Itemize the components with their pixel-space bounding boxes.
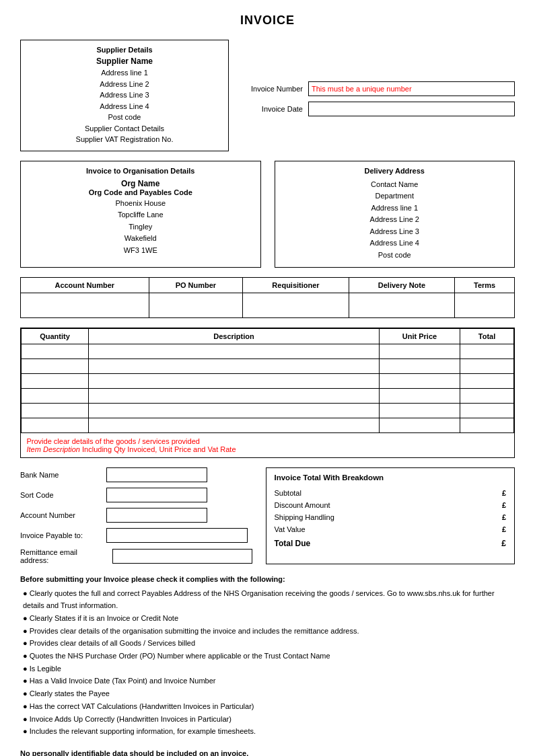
items-cell-total-5[interactable] — [460, 403, 514, 418]
items-cell-unit-1[interactable] — [380, 344, 460, 358]
checklist-item-8: ● Clearly states the Payee — [20, 687, 515, 700]
account-number-row: Account Number — [20, 508, 252, 523]
items-cell-total-4[interactable] — [460, 388, 514, 403]
totals-title: Invoice Total With Breakdown — [275, 474, 507, 482]
vat-label: Vat Value — [275, 525, 493, 533]
delivery-postcode: Post code — [282, 250, 508, 262]
bank-section: Bank Name Sort Code Account Number Invoi… — [20, 467, 252, 564]
payable-input[interactable] — [106, 528, 248, 543]
supplier-contact: Supplier Contact Details — [28, 123, 221, 135]
total-due-row: Total Due £ — [275, 537, 507, 550]
cell-terms[interactable] — [455, 293, 515, 317]
top-section: Supplier Details Supplier Name Address l… — [20, 40, 515, 151]
items-cell-qty-6[interactable] — [22, 418, 89, 432]
invoice-date-row: Invoice Date — [242, 102, 515, 116]
checklist-section: Before submitting your Invoice please ch… — [20, 575, 515, 738]
checklist-item-5: ● Quotes the NHS Purchase Order (PO) Num… — [20, 650, 515, 663]
items-row-3 — [22, 373, 514, 388]
subtotal-label: Subtotal — [275, 489, 493, 497]
bottom-section: Bank Name Sort Code Account Number Invoi… — [20, 467, 515, 564]
supplier-address-line-1: Address line 1 — [28, 67, 221, 79]
checklist-item-2: ● Clearly States if it is an Invoice or … — [20, 612, 515, 625]
items-cell-qty-1[interactable] — [22, 344, 89, 358]
items-cell-total-1[interactable] — [460, 344, 514, 358]
checklist-item-11: ● Includes the relevant supporting infor… — [20, 725, 515, 738]
items-cell-desc-1[interactable] — [89, 344, 380, 358]
cell-delivery-note[interactable] — [349, 293, 454, 317]
items-cell-qty-3[interactable] — [22, 373, 89, 388]
items-cell-unit-5[interactable] — [380, 403, 460, 418]
checklist-item-10: ● Invoice Adds Up Correctly (Handwritten… — [20, 713, 515, 726]
org-details-box: Invoice to Organisation Details Org Name… — [20, 161, 261, 268]
col-account-number: Account Number — [21, 277, 149, 293]
items-row-6 — [22, 418, 514, 432]
bank-name-label: Bank Name — [20, 471, 101, 479]
org-box-title: Invoice to Organisation Details — [28, 167, 254, 175]
sort-code-row: Sort Code — [20, 488, 252, 502]
cell-requisitioner[interactable] — [243, 293, 349, 317]
checklist-item-6: ● Is Legible — [20, 663, 515, 675]
items-wrapper: Quantity Description Unit Price Total — [20, 328, 515, 458]
items-cell-qty-5[interactable] — [22, 403, 89, 418]
items-note-red: Provide clear details of the goods / ser… — [27, 437, 200, 445]
cell-account-number[interactable] — [21, 293, 149, 317]
items-cell-total-2[interactable] — [460, 358, 514, 373]
remittance-label: Remittance email address: — [20, 548, 107, 564]
org-addr-1: Phoenix House — [28, 198, 254, 210]
supplier-vat: Supplier VAT Registration No. — [28, 134, 221, 145]
items-cell-qty-2[interactable] — [22, 358, 89, 373]
items-cell-desc-6[interactable] — [89, 418, 380, 432]
footer-should-text: should — [128, 749, 156, 756]
items-row-1 — [22, 344, 514, 358]
totals-section: Invoice Total With Breakdown Subtotal £ … — [266, 467, 515, 564]
invoice-meta: Invoice Number This must be a unique num… — [242, 40, 515, 151]
col-po-number: PO Number — [149, 277, 243, 293]
items-cell-total-6[interactable] — [460, 418, 514, 432]
invoice-number-input[interactable]: This must be a unique number — [308, 81, 515, 96]
sort-code-input[interactable] — [106, 488, 207, 502]
subtotal-pound: £ — [493, 489, 506, 497]
total-due-pound: £ — [493, 539, 506, 548]
items-cell-desc-3[interactable] — [89, 373, 380, 388]
org-addr-2: Topcliffe Lane — [28, 209, 254, 221]
org-code: Org Code and Payables Code — [28, 188, 254, 196]
supplier-details-box: Supplier Details Supplier Name Address l… — [20, 40, 229, 151]
footer-on-text: on an invoice. — [197, 749, 248, 756]
cell-po-number[interactable] — [149, 293, 243, 317]
account-number-input[interactable] — [106, 508, 207, 523]
total-due-label: Total Due — [275, 539, 493, 548]
discount-row: Discount Amount £ — [275, 499, 507, 511]
delivery-addr-3: Address Line 3 — [282, 226, 508, 238]
items-cell-unit-3[interactable] — [380, 373, 460, 388]
bank-name-input[interactable] — [106, 467, 207, 482]
items-note-row: Provide clear details of the goods / ser… — [22, 432, 514, 457]
items-cell-unit-6[interactable] — [380, 418, 460, 432]
items-cell-desc-4[interactable] — [89, 388, 380, 403]
col-delivery-note: Delivery Note — [349, 277, 454, 293]
invoice-title: INVOICE — [20, 13, 515, 28]
sort-code-label: Sort Code — [20, 491, 101, 499]
bank-name-row: Bank Name — [20, 467, 252, 482]
supplier-address-line-3: Address Line 3 — [28, 89, 221, 101]
account-number-label: Account Number — [20, 511, 101, 519]
invoice-date-input[interactable] — [308, 102, 515, 116]
payable-row: Invoice Payable to: — [20, 528, 252, 543]
items-cell-unit-4[interactable] — [380, 388, 460, 403]
items-col-total: Total — [460, 328, 514, 344]
items-cell-desc-2[interactable] — [89, 358, 380, 373]
items-table: Quantity Description Unit Price Total — [21, 328, 514, 457]
org-postcode: WF3 1WE — [28, 245, 254, 257]
delivery-box-title: Delivery Address — [282, 167, 508, 175]
invoice-date-label: Invoice Date — [242, 105, 303, 113]
items-cell-total-3[interactable] — [460, 373, 514, 388]
remittance-input[interactable] — [112, 549, 252, 564]
checklist-item-7: ● Has a Valid Invoice Date (Tax Point) a… — [20, 675, 515, 687]
discount-label: Discount Amount — [275, 501, 493, 509]
vat-row: Vat Value £ — [275, 523, 507, 535]
items-cell-qty-4[interactable] — [22, 388, 89, 403]
middle-section: Invoice to Organisation Details Org Name… — [20, 161, 515, 268]
items-cell-unit-2[interactable] — [380, 358, 460, 373]
items-cell-desc-5[interactable] — [89, 403, 380, 418]
delivery-addr-4: Address Line 4 — [282, 237, 508, 250]
supplier-address-line-4: Address Line 4 — [28, 101, 221, 112]
